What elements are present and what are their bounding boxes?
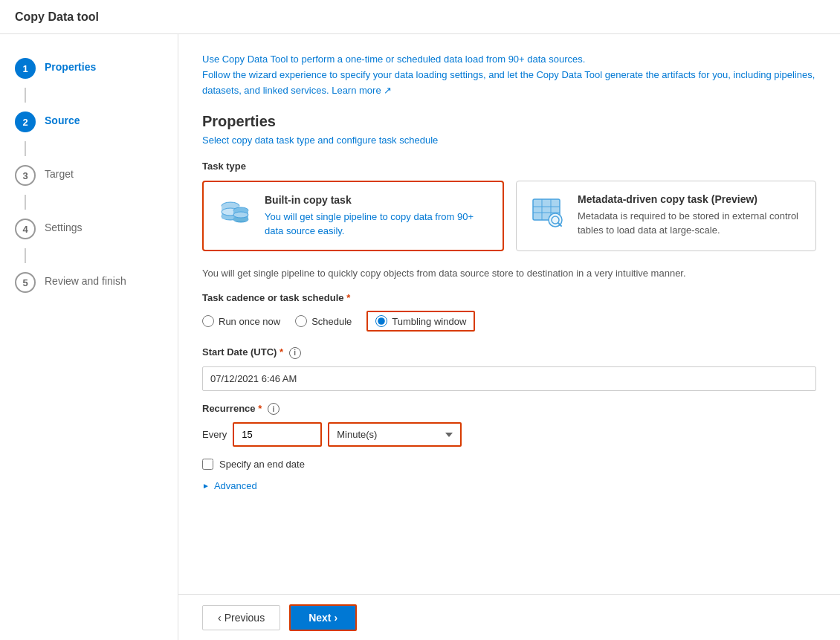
radio-run-once[interactable]: Run once now [202,315,280,327]
sidebar-item-settings[interactable]: 4 Settings [0,210,178,248]
step-circle-2: 2 [15,111,36,132]
sidebar-item-review[interactable]: 5 Review and finish [0,263,178,302]
recurrence-field-row: Recurrence * i Every Minute(s) Hour(s) D… [202,403,816,447]
sidebar-item-source[interactable]: 2 Source [0,103,178,141]
every-label: Every [202,429,227,440]
intro-line1: Use Copy Data Tool to perform a one-time… [202,52,816,68]
recurrence-number-input[interactable] [233,422,322,447]
built-in-icon [216,194,254,233]
recurrence-info-icon[interactable]: i [268,403,280,415]
radio-tumbling-input[interactable] [375,315,387,327]
content-area: Use Copy Data Tool to perform a one-time… [178,34,840,640]
built-in-content: Built-in copy task You will get single p… [265,194,491,237]
radio-tumbling-label: Tumbling window [392,316,466,327]
step-circle-4: 4 [15,219,36,239]
content-scroll: Use Copy Data Tool to perform a one-time… [178,34,840,594]
task-type-label: Task type [202,161,816,172]
start-date-field-row: Start Date (UTC) * i [202,346,816,391]
recurrence-unit-select[interactable]: Minute(s) Hour(s) Day(s) Week(s) Month(s… [328,422,462,447]
advanced-label: Advanced [214,480,257,491]
start-date-label: Start Date (UTC) * i [202,346,816,359]
title-bar: Copy Data tool [0,0,840,34]
intro-text: Use Copy Data Tool to perform a one-time… [202,52,816,98]
radio-run-once-input[interactable] [202,315,214,327]
next-button[interactable]: Next › [289,604,357,631]
advanced-chevron-icon: ► [202,482,210,490]
info-text: You will get single pipeline to quickly … [202,266,816,281]
metadata-desc: Metadata is required to be stored in ext… [578,210,804,236]
section-title: Properties [202,113,816,130]
footer-bar: ‹ Previous Next › [178,594,840,640]
sidebar-label-source: Source [45,111,80,126]
specify-end-date-label: Specify an end date [219,459,305,470]
metadata-icon [529,193,567,232]
radio-schedule-label: Schedule [311,316,352,327]
connector-4 [25,248,26,263]
sidebar-item-target[interactable]: 3 Target [0,156,178,195]
intro-line2: Follow the wizard experience to specify … [202,68,816,99]
connector-3 [25,195,26,210]
previous-chevron-icon: ‹ [218,612,222,624]
previous-button[interactable]: ‹ Previous [202,605,280,630]
sidebar-label-settings: Settings [45,219,83,233]
step-circle-3: 3 [15,165,36,186]
sidebar-label-review: Review and finish [45,272,126,287]
app-title: Copy Data tool [15,10,99,24]
metadata-title: Metadata-driven copy task (Preview) [578,193,804,205]
learn-more-link[interactable]: Learn more [332,85,381,96]
sidebar-label-target: Target [45,165,74,180]
next-chevron-icon: › [335,612,338,624]
advanced-row[interactable]: ► Advanced [202,480,816,491]
built-in-desc: You will get single pipeline to copy dat… [265,210,491,237]
connector-2 [25,141,26,156]
sidebar-item-properties[interactable]: 1 Properties [0,49,178,88]
radio-run-once-label: Run once now [219,316,280,327]
sidebar: 1 Properties 2 Source 3 Target 4 Setting… [0,34,178,640]
cadence-field-row: Task cadence or task schedule * Run once… [202,292,816,332]
radio-group: Run once now Schedule Tumbling window [202,311,816,332]
specify-end-date-checkbox[interactable] [202,459,213,470]
cadence-label: Task cadence or task schedule * [202,292,816,303]
specify-end-date-row[interactable]: Specify an end date [202,459,816,470]
metadata-content: Metadata-driven copy task (Preview) Meta… [578,193,804,236]
recurrence-label: Recurrence * i [202,403,816,416]
svg-point-9 [233,212,248,218]
previous-label: Previous [224,612,265,624]
task-card-built-in[interactable]: Built-in copy task You will get single p… [202,181,504,250]
main-container: 1 Properties 2 Source 3 Target 4 Setting… [0,34,840,640]
step-circle-5: 5 [15,272,36,293]
section-subtitle: Select copy data task type and configure… [202,135,816,146]
radio-schedule-input[interactable] [295,315,307,327]
start-date-info-icon[interactable]: i [289,347,301,359]
task-card-metadata[interactable]: Metadata-driven copy task (Preview) Meta… [516,181,816,250]
task-type-row: Built-in copy task You will get single p… [202,181,816,250]
radio-schedule[interactable]: Schedule [295,315,352,327]
start-date-input[interactable] [202,366,816,391]
radio-tumbling[interactable]: Tumbling window [366,311,475,332]
connector-1 [25,88,26,103]
step-circle-1: 1 [15,58,36,79]
sidebar-label-properties: Properties [45,58,96,73]
built-in-title: Built-in copy task [265,194,491,206]
recurrence-row: Every Minute(s) Hour(s) Day(s) Week(s) M… [202,422,816,447]
next-label: Next [308,612,331,624]
